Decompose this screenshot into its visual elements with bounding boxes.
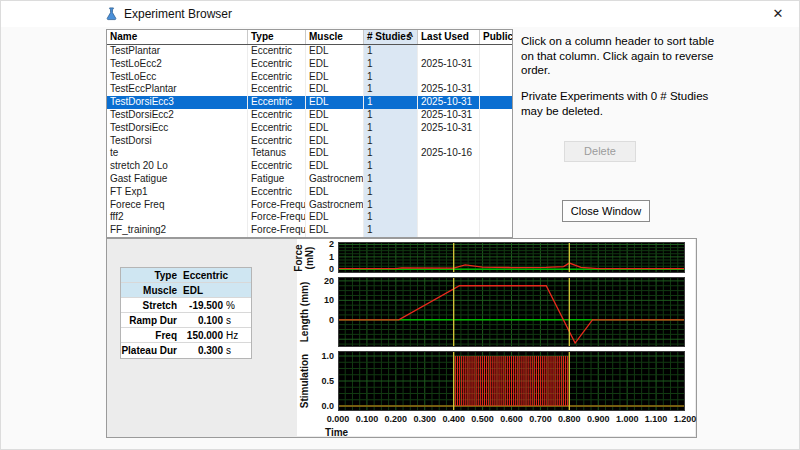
experiments-table: NameTypeMuscle# Studies^Last UsedPublic … [106, 29, 513, 238]
parameter-row: MuscleEDL [121, 283, 251, 298]
window-title: Experiment Browser [124, 7, 232, 21]
cell-type: Eccentric [248, 83, 306, 96]
cell-public [480, 96, 513, 109]
table-row[interactable]: TestLoEcc2EccentricEDL12025-10-31 [107, 58, 512, 71]
parameter-row: TypeEccentric [121, 268, 251, 283]
parameter-label: Freq [121, 330, 181, 341]
experiment-browser-window: Experiment Browser ✕ NameTypeMuscle# Stu… [0, 0, 800, 450]
cell-studies: 1 [364, 173, 418, 186]
cell-type: Tetanus [248, 147, 306, 160]
table-row[interactable]: Forece FreqForce-FrequeGastrocnemiu1 [107, 199, 512, 212]
table-row[interactable]: Gast FatigueFatigueGastrocnemiu1 [107, 173, 512, 186]
column-header-public[interactable]: Public [480, 30, 513, 44]
cell-muscle: EDL [306, 71, 364, 84]
close-window-button[interactable]: Close Window [562, 200, 650, 222]
cell-type: Force-Freque [248, 224, 306, 237]
cell-public [480, 58, 513, 71]
cell-public [480, 45, 513, 58]
table-row[interactable]: TestEccPlantarEccentricEDL12025-10-31 [107, 83, 512, 96]
cell-name: TestDorsiEcc2 [107, 109, 248, 122]
force-plot [338, 242, 685, 273]
cell-studies: 1 [364, 186, 418, 199]
experiment-parameters-table: TypeEccentricMuscleEDLStretch-19.500%Ram… [120, 267, 252, 359]
parameter-value: EDL [181, 285, 235, 296]
cell-type: Eccentric [248, 186, 306, 199]
length-plot [338, 277, 685, 347]
length-ytick: 10 [302, 295, 334, 305]
cell-public [480, 186, 513, 199]
cell-studies: 1 [364, 147, 418, 160]
cell-muscle: EDL [306, 45, 364, 58]
cell-public [480, 122, 513, 135]
cell-studies: 1 [364, 109, 418, 122]
table-row[interactable]: TestDorsiEccentricEDL1 [107, 135, 512, 148]
cell-public [480, 173, 513, 186]
cell-last-used [418, 135, 480, 148]
cell-type: Eccentric [248, 122, 306, 135]
cell-last-used [418, 45, 480, 58]
cell-muscle: EDL [306, 109, 364, 122]
table-row[interactable]: TestDorsiEcc3EccentricEDL12025-10-31 [107, 96, 512, 109]
parameter-label: Stretch [121, 300, 181, 311]
table-row[interactable]: fff2Force-FrequeEDL1 [107, 211, 512, 224]
column-header-studies[interactable]: # Studies^ [364, 30, 418, 44]
cell-last-used: 2025-10-31 [418, 83, 480, 96]
cell-muscle: EDL [306, 211, 364, 224]
parameter-label: Ramp Dur [121, 315, 181, 326]
parameter-label: Plateau Dur [121, 345, 181, 356]
cell-type: Fatigue [248, 173, 306, 186]
stimulation-ytick: 1.0 [302, 351, 334, 361]
force-ytick: 0 [302, 264, 334, 274]
cell-name: Forece Freq [107, 199, 248, 212]
cell-type: Eccentric [248, 135, 306, 148]
cell-muscle: EDL [306, 186, 364, 199]
cell-last-used: 2025-10-16 [418, 147, 480, 160]
column-header-muscle[interactable]: Muscle [306, 30, 364, 44]
column-header-last-used[interactable]: Last Used [418, 30, 480, 44]
cell-name: TestDorsiEcc [107, 122, 248, 135]
cell-muscle: Gastrocnemiu [306, 173, 364, 186]
column-header-name[interactable]: Name [107, 30, 248, 44]
title-bar: Experiment Browser ✕ [1, 1, 799, 27]
cell-type: Eccentric [248, 96, 306, 109]
cell-last-used [418, 224, 480, 237]
parameter-unit: s [223, 345, 239, 356]
close-icon[interactable]: ✕ [765, 5, 791, 23]
table-row[interactable]: TestPlantarEccentricEDL1 [107, 45, 512, 58]
cell-last-used [418, 199, 480, 212]
cell-muscle: EDL [306, 58, 364, 71]
sort-ascending-indicator: ^ [407, 31, 413, 42]
time-xtick: 1.200 [667, 414, 703, 424]
column-header-type[interactable]: Type [248, 30, 306, 44]
cell-studies: 1 [364, 199, 418, 212]
cell-studies: 1 [364, 122, 418, 135]
x-axis-label: Time [325, 427, 348, 438]
table-row[interactable]: TestLoEccEccentricEDL1 [107, 71, 512, 84]
delete-button[interactable]: Delete [564, 141, 636, 162]
table-row[interactable]: stretch 20 LoEccentricEDL1 [107, 160, 512, 173]
parameter-row: Freq150.000Hz [121, 328, 251, 343]
table-row[interactable]: FF_training2Force-FrequeEDL1 [107, 224, 512, 237]
cell-muscle: EDL [306, 122, 364, 135]
cell-type: Eccentric [248, 71, 306, 84]
table-body: TestPlantarEccentricEDL1TestLoEcc2Eccent… [107, 45, 512, 237]
table-row[interactable]: teTetanusEDL12025-10-16 [107, 147, 512, 160]
cell-last-used [418, 160, 480, 173]
cell-studies: 1 [364, 135, 418, 148]
table-header-row: NameTypeMuscle# Studies^Last UsedPublic [107, 30, 512, 45]
parameter-value: 0.300 [181, 345, 223, 356]
table-row[interactable]: FT Exp1EccentricEDL1 [107, 186, 512, 199]
cell-last-used [418, 211, 480, 224]
app-icon [104, 6, 119, 21]
cell-type: Eccentric [248, 58, 306, 71]
parameter-unit: % [223, 300, 239, 311]
cell-studies: 1 [364, 58, 418, 71]
table-row[interactable]: TestDorsiEcc2EccentricEDL12025-10-31 [107, 109, 512, 122]
cell-name: Gast Fatigue [107, 173, 248, 186]
cell-studies: 1 [364, 224, 418, 237]
cell-public [480, 224, 513, 237]
cell-muscle: EDL [306, 96, 364, 109]
stimulation-plot [338, 351, 685, 411]
table-row[interactable]: TestDorsiEccEccentricEDL12025-10-31 [107, 122, 512, 135]
cell-type: Eccentric [248, 109, 306, 122]
